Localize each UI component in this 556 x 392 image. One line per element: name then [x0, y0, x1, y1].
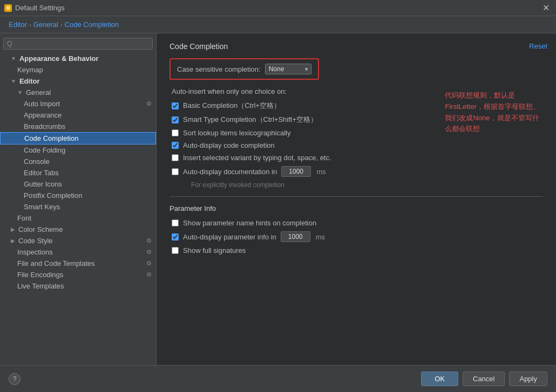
checkbox-full-sig-label[interactable]: Show full signatures: [183, 246, 246, 255]
sidebar-item-live-templates[interactable]: Live Templates: [0, 280, 156, 292]
checkbox-basic-completion-label[interactable]: Basic Completion（Ctrl+空格）: [183, 101, 281, 111]
sidebar-label: Code Style: [18, 237, 53, 245]
checkbox-full-sig-input[interactable]: [172, 247, 179, 254]
breadcrumb-current: Code Completion: [65, 20, 119, 29]
checkbox-auto-param-input[interactable]: [172, 233, 179, 240]
cancel-button[interactable]: Cancel: [463, 372, 505, 386]
auto-param-ms-label: ms: [316, 233, 325, 241]
case-sensitive-label: Case sensitive completion:: [177, 65, 261, 73]
breadcrumb-general[interactable]: General: [33, 20, 58, 29]
sidebar-label: Code Folding: [24, 146, 65, 154]
checkbox-auto-display-input[interactable]: [172, 142, 179, 149]
sidebar-item-file-code-templates[interactable]: File and Code Templates ⚙: [0, 258, 156, 269]
sidebar-item-file-encodings[interactable]: File Encodings ⚙: [0, 269, 156, 280]
sidebar-item-smart-keys[interactable]: Smart Keys: [0, 201, 156, 212]
checkbox-smart-type-input[interactable]: [172, 116, 179, 123]
sidebar-label: Auto Import: [24, 100, 60, 108]
case-sensitive-box: Case sensitive completion: None All Firs…: [169, 58, 319, 80]
expand-icon: ▼: [17, 90, 23, 95]
search-icon: Q: [7, 40, 12, 47]
gear-icon: ⚙: [146, 260, 152, 267]
sidebar-item-code-completion[interactable]: Code Completion: [0, 132, 156, 145]
content-area: Q ▼ Appearance & Behavior Keymap ▼ Edito…: [0, 33, 556, 365]
app-icon: ⚙: [4, 4, 12, 12]
sidebar-label: Console: [24, 157, 50, 166]
auto-param-input[interactable]: [281, 231, 310, 242]
help-button[interactable]: ?: [9, 373, 21, 385]
checkbox-auto-param-label[interactable]: Auto-display parameter info in: [183, 233, 276, 241]
sidebar-item-color-scheme[interactable]: ▶ Color Scheme: [0, 224, 156, 235]
checkbox-insert-selected-input[interactable]: [172, 154, 179, 161]
sidebar-item-appearance-behavior[interactable]: ▼ Appearance & Behavior: [0, 53, 156, 64]
sidebar-item-auto-import[interactable]: Auto Import ⚙: [0, 98, 156, 109]
sidebar-label: File and Code Templates: [17, 259, 95, 267]
sidebar-label: Breadcrumbs: [24, 122, 65, 130]
close-button[interactable]: ✕: [540, 4, 552, 12]
sidebar-label: Code Completion: [24, 134, 78, 142]
sidebar-item-editor[interactable]: ▼ Editor: [0, 75, 156, 87]
expand-icon: ▶: [11, 226, 15, 232]
breadcrumb: Editor › General › Code Completion: [0, 16, 556, 33]
section-title: Code Completion: [169, 42, 543, 51]
checkbox-param-hints-label[interactable]: Show parameter name hints on completion: [183, 219, 316, 227]
checkbox-sort-lookup-input[interactable]: [172, 129, 179, 136]
sidebar-item-code-style[interactable]: ▶ Code Style ⚙: [0, 235, 156, 246]
breadcrumb-editor[interactable]: Editor: [9, 20, 27, 29]
sidebar-item-postfix-completion[interactable]: Postfix Completion: [0, 190, 156, 201]
checkbox-smart-type-label[interactable]: Smart Type Completion（Ctrl+Shift+空格）: [183, 115, 317, 125]
divider: [169, 196, 543, 197]
ok-button[interactable]: OK: [421, 372, 458, 386]
sidebar-item-inspections[interactable]: Inspections ⚙: [0, 246, 156, 258]
checkbox-param-hints: Show parameter name hints on completion: [169, 219, 543, 227]
checkbox-auto-doc-label[interactable]: Auto-display documentation in: [183, 168, 277, 176]
breadcrumb-sep-2: ›: [60, 22, 63, 28]
checkbox-auto-param: Auto-display parameter info in ms: [169, 231, 543, 242]
sidebar: Q ▼ Appearance & Behavior Keymap ▼ Edito…: [0, 33, 157, 365]
sidebar-item-gutter-icons[interactable]: Gutter Icons: [0, 178, 156, 190]
main-panel: Reset Code Completion Case sensitive com…: [157, 33, 556, 365]
window-title: Default Settings: [15, 4, 65, 12]
sidebar-label: Keymap: [17, 66, 43, 74]
auto-doc-input[interactable]: [281, 166, 311, 177]
sidebar-label: General: [26, 88, 51, 97]
sidebar-item-console[interactable]: Console: [0, 156, 156, 167]
sidebar-item-code-folding[interactable]: Code Folding: [0, 145, 156, 156]
checkbox-auto-doc: Auto-display documentation in ms: [169, 166, 543, 177]
sidebar-item-general[interactable]: ▼ General: [0, 87, 156, 98]
checkbox-param-hints-input[interactable]: [172, 219, 179, 226]
sidebar-search-box[interactable]: Q: [3, 38, 153, 50]
checkbox-insert-selected: Insert selected variant by typing dot, s…: [169, 154, 543, 162]
title-bar: ⚙ Default Settings ✕: [0, 0, 556, 16]
annotation-line3: 我们改成None，就是不管写什: [445, 113, 540, 124]
case-sensitive-select[interactable]: None All First Letter: [265, 64, 311, 74]
sidebar-item-breadcrumbs[interactable]: Breadcrumbs: [0, 121, 156, 132]
sidebar-label: Appearance: [24, 111, 62, 119]
sidebar-item-editor-tabs[interactable]: Editor Tabs: [0, 167, 156, 178]
search-input[interactable]: [14, 40, 149, 47]
gear-icon: ⚙: [146, 271, 152, 278]
sidebar-item-font[interactable]: Font: [0, 212, 156, 224]
breadcrumb-sep-1: ›: [29, 22, 31, 28]
case-sensitive-dropdown-wrapper[interactable]: None All First Letter ▼: [265, 64, 311, 74]
sidebar-label: Postfix Completion: [24, 191, 82, 200]
checkbox-auto-doc-input[interactable]: [172, 168, 179, 175]
sidebar-label: Inspections: [17, 248, 53, 256]
sidebar-item-appearance[interactable]: Appearance: [0, 109, 156, 121]
sidebar-label: Appearance & Behavior: [19, 54, 99, 63]
checkbox-sort-lookup-label[interactable]: Sort lookup items lexicographically: [183, 129, 290, 137]
sidebar-label: Live Templates: [17, 282, 64, 290]
sidebar-label: Gutter Icons: [24, 180, 62, 188]
sidebar-item-keymap[interactable]: Keymap: [0, 64, 156, 75]
checkbox-basic-completion-input[interactable]: [172, 102, 179, 109]
gear-icon: ⚙: [146, 100, 152, 107]
bottom-left: ?: [9, 373, 21, 385]
apply-button[interactable]: Apply: [509, 372, 547, 386]
reset-link[interactable]: Reset: [529, 42, 547, 50]
annotation-line4: 么都会联想: [445, 123, 540, 135]
sidebar-label: Color Scheme: [18, 225, 63, 233]
expand-icon: ▶: [11, 238, 15, 244]
checkbox-auto-display-label[interactable]: Auto-display code completion: [183, 141, 275, 149]
sidebar-label: File Encodings: [17, 271, 63, 279]
checkbox-insert-selected-label[interactable]: Insert selected variant by typing dot, s…: [183, 154, 331, 162]
main-container: Editor › General › Code Completion Q ▼ A…: [0, 16, 556, 392]
